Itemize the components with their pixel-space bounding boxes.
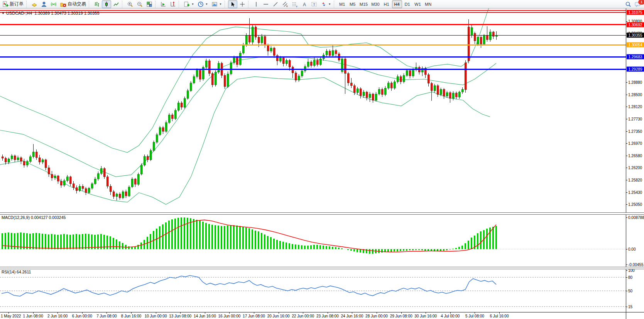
candle-bear <box>400 76 402 81</box>
timeframe-bar: M1M5M15M30H1H4D1W1MN <box>337 0 433 8</box>
candle-bull <box>159 127 161 134</box>
channel-tool-button[interactable]: E <box>281 0 290 8</box>
search-button[interactable] <box>624 0 633 8</box>
time-label: 30 Jun 16:00 <box>414 314 437 318</box>
candle-bull <box>11 156 13 159</box>
arrows-tool-button[interactable]: ▼ <box>319 0 333 8</box>
timeframe-m30[interactable]: M30 <box>370 0 381 8</box>
time-axis[interactable]: 1 May 20221 Jun 08:002 Jun 16:006 Jun 00… <box>0 312 644 319</box>
price-tick-mark <box>626 82 627 83</box>
price-tick-mark <box>626 21 627 22</box>
candle-bull <box>54 176 56 178</box>
candle-bear <box>162 127 164 131</box>
chart-title: USDCAD-,H4 <box>6 11 32 15</box>
dropdown-caret: ▼ <box>191 3 194 5</box>
zoom-in-icon <box>127 1 133 7</box>
toolbar: 新订单 自动交易 ▼ ▼ ▼ E F A T ▼ M1M5M15M30H1H4D… <box>0 0 644 8</box>
candle-bear <box>449 93 451 98</box>
macd-tick-mark <box>626 217 627 218</box>
timeframe-h4[interactable]: H4 <box>392 0 402 8</box>
bar-chart-mode-button[interactable] <box>92 0 101 8</box>
candle-bear <box>431 83 433 91</box>
candle-bull <box>218 63 220 72</box>
rsi-canvas[interactable] <box>0 268 626 312</box>
price-axis[interactable]: 1.308001.304201.288801.285001.281201.277… <box>626 8 644 212</box>
fibonacci-tool-button[interactable]: F <box>290 0 299 8</box>
zoom-out-button[interactable] <box>135 0 144 8</box>
main-chart-pane[interactable]: ▼USDCAD-,H4 1.30389 1.30473 1.30319 1.30… <box>0 8 626 212</box>
macd-axis[interactable]: 0.0087880.00-0.00455 <box>626 214 644 267</box>
macd-canvas[interactable] <box>0 214 626 267</box>
tile-windows-button[interactable] <box>145 0 154 8</box>
toolbar-separator <box>225 1 227 8</box>
rsi-tick-label: 80 <box>628 275 632 280</box>
vertical-line-icon <box>253 1 259 7</box>
crosshair-tool-button[interactable] <box>238 0 247 8</box>
timeframe-w1[interactable]: W1 <box>413 0 423 8</box>
timeframe-m5[interactable]: M5 <box>348 0 358 8</box>
rsi-tick-label: 15 <box>628 304 632 309</box>
cursor-tool-button[interactable] <box>228 0 237 8</box>
candle-bear <box>443 89 445 96</box>
candle-bull <box>153 142 155 151</box>
market-watch-button[interactable] <box>30 0 39 8</box>
macd-pane[interactable]: MACD(12,26,9) 0.004127 0.003245 <box>0 214 626 267</box>
candle-bear <box>289 60 291 67</box>
equidistant-channel-icon: E <box>282 1 288 7</box>
horizontal-line-tool-button[interactable] <box>261 0 270 8</box>
clock-icon <box>198 1 204 7</box>
rsi-tick-mark <box>626 277 627 278</box>
price-tick-mark <box>626 168 627 168</box>
candle-bear <box>60 181 62 185</box>
candle-bull <box>131 179 133 187</box>
pane-separator[interactable] <box>0 212 644 215</box>
pane-separator[interactable] <box>0 267 644 269</box>
mt4-terminal: { "toolbar": { "new_order_label": "新订单",… <box>0 0 644 319</box>
candlestick-mode-button[interactable] <box>102 0 111 8</box>
candle-bull <box>193 76 195 83</box>
chart-profile-button[interactable] <box>159 0 168 8</box>
trendline-tool-button[interactable] <box>271 0 280 8</box>
time-label: 13 Jun 08:00 <box>169 314 191 318</box>
rsi-pane[interactable]: RSI(14) 64.2611 <box>0 268 626 312</box>
rsi-axis[interactable]: 100805015 <box>626 268 644 312</box>
bar-chart-icon <box>94 1 100 7</box>
candle-bear <box>360 89 362 96</box>
chart-shift-button[interactable] <box>168 0 177 8</box>
time-tick-mark <box>499 312 500 314</box>
timeframe-m15[interactable]: M15 <box>358 0 369 8</box>
new-chart-button[interactable]: ▼ <box>182 0 196 8</box>
profile-button[interactable] <box>39 0 49 8</box>
main-chart-canvas[interactable] <box>0 8 626 212</box>
candle-bear <box>85 188 87 193</box>
text-label-tool-button[interactable]: T <box>309 0 319 8</box>
zoom-in-button[interactable] <box>125 0 135 8</box>
price-tick-mark <box>626 107 627 107</box>
chart-dropdown-icon[interactable]: ▼ <box>2 12 5 15</box>
candle-bear <box>350 83 352 86</box>
autotrading-button[interactable]: 自动交易 <box>59 0 88 8</box>
candle-bear <box>23 161 25 165</box>
timeframe-d1[interactable]: D1 <box>402 0 412 8</box>
timeframe-mn[interactable]: MN <box>423 0 433 8</box>
notification-badge[interactable]: 1 <box>638 0 644 5</box>
candle-bear <box>390 83 392 88</box>
line-chart-mode-button[interactable] <box>112 0 121 8</box>
text-tool-button[interactable]: A <box>300 0 309 8</box>
signals-button[interactable] <box>49 0 58 8</box>
candle-bear <box>295 73 297 80</box>
period-button[interactable]: ▼ <box>196 0 210 8</box>
time-label: 5 Jul 08:00 <box>465 314 484 318</box>
new-order-button[interactable]: 新订单 <box>1 0 25 8</box>
candle-bear <box>45 160 47 168</box>
time-tick-mark <box>106 312 107 314</box>
macd-label: MACD(12,26,9) <box>2 215 30 220</box>
candle-bear <box>110 186 112 192</box>
timeframe-m1[interactable]: M1 <box>337 0 347 8</box>
timeframe-h1[interactable]: H1 <box>382 0 392 8</box>
macd-tick-label: 0.008788 <box>628 215 644 220</box>
candle-bear <box>474 33 476 41</box>
template-button[interactable]: ▼ <box>210 0 223 8</box>
vertical-line-tool-button[interactable] <box>252 0 261 8</box>
candle-bull <box>452 93 454 98</box>
